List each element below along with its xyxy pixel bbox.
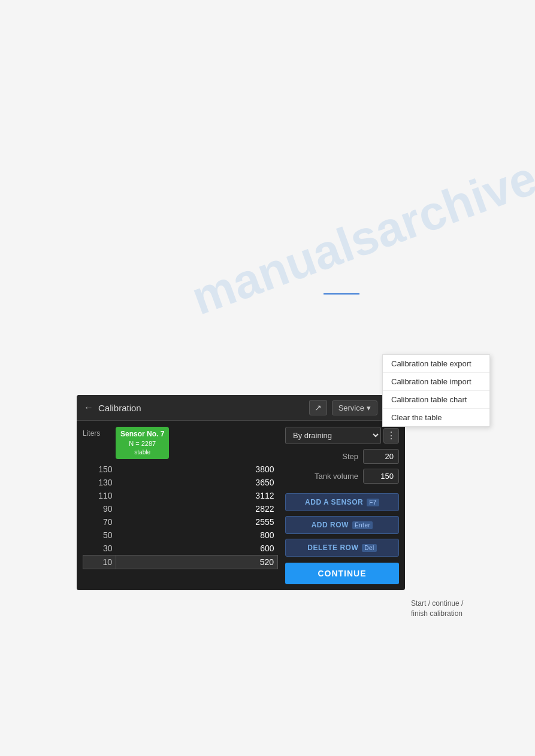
value-cell: 520	[116, 555, 278, 569]
add-sensor-key-badge: F7	[367, 499, 379, 506]
value-cell: 3112	[116, 489, 278, 502]
liters-cell: 150	[83, 463, 116, 476]
value-cell: 800	[116, 529, 278, 542]
liters-cell: 30	[83, 542, 116, 555]
draining-select-row: By draining By filling ⋮	[285, 427, 399, 444]
value-cell: 2555	[116, 515, 278, 529]
menu-item-import[interactable]: Calibration table import	[383, 373, 489, 391]
menu-item-chart[interactable]: Calibration table chart	[383, 391, 489, 409]
table-row[interactable]: 110 3112	[83, 489, 278, 502]
liters-cell: 10	[83, 555, 116, 569]
table-row[interactable]: 70 2555	[83, 515, 278, 529]
tank-volume-input[interactable]	[363, 469, 399, 484]
liters-cell: 70	[83, 515, 116, 529]
menu-item-clear[interactable]: Clear the table	[383, 409, 489, 426]
delete-row-key-badge: Del	[362, 544, 377, 552]
context-dropdown-menu: Calibration table export Calibration tab…	[382, 354, 490, 427]
panel-body: Liters Sensor No. 7 N = 2287 stable 150 …	[77, 421, 405, 590]
value-cell: 3650	[116, 476, 278, 489]
step-param-row: Step	[285, 449, 399, 464]
value-cell: 2822	[116, 502, 278, 515]
liters-column-label: Liters	[83, 427, 116, 438]
controls-area: By draining By filling ⋮ Step Tank volum…	[285, 427, 399, 584]
chart-icon-button[interactable]: ↗	[309, 400, 327, 415]
continue-tooltip: Start / continue / finish calibration	[411, 599, 477, 619]
service-label: Service	[338, 403, 364, 412]
calibration-table-area: Liters Sensor No. 7 N = 2287 stable 150 …	[83, 427, 278, 584]
watermark: manualsarchive.com	[185, 112, 535, 326]
liters-cell: 110	[83, 489, 116, 502]
service-dropdown-arrow-icon: ▾	[367, 403, 371, 412]
calibration-table: 150 3800 130 3650 110 3112 90 2822	[83, 463, 278, 569]
sensor-status: stable	[120, 448, 164, 457]
service-dropdown-button[interactable]: Service ▾	[332, 400, 377, 415]
delete-row-button[interactable]: DELETE ROW Del	[285, 539, 399, 557]
add-sensor-button[interactable]: ADD A SENSOR F7	[285, 493, 399, 511]
add-sensor-label: ADD A SENSOR	[305, 498, 363, 506]
decorative-line	[324, 293, 359, 294]
table-row[interactable]: 90 2822	[83, 502, 278, 515]
value-cell: 3800	[116, 463, 278, 476]
table-row-selected[interactable]: 10 520	[83, 555, 278, 569]
sensor-badge: Sensor No. 7 N = 2287 stable	[116, 427, 169, 459]
table-row[interactable]: 130 3650	[83, 476, 278, 489]
value-cell: 600	[116, 542, 278, 555]
delete-row-label: DELETE ROW	[307, 544, 358, 552]
tank-volume-param-row: Tank volume	[285, 469, 399, 484]
panel-header: ← Calibration ↗ Service ▾ ?	[77, 395, 405, 421]
tank-volume-label: Tank volume	[315, 472, 358, 481]
table-row[interactable]: 30 600	[83, 542, 278, 555]
back-arrow-icon[interactable]: ←	[84, 402, 93, 413]
continue-button[interactable]: CONTINUE	[285, 563, 399, 584]
menu-item-export[interactable]: Calibration table export	[383, 355, 489, 373]
draining-select[interactable]: By draining By filling	[285, 427, 381, 444]
liters-cell: 130	[83, 476, 116, 489]
step-label: Step	[342, 452, 358, 461]
sensor-name: Sensor No. 7	[120, 429, 164, 439]
panel-title: Calibration	[98, 403, 141, 413]
add-row-button[interactable]: ADD ROW Enter	[285, 516, 399, 534]
table-row[interactable]: 150 3800	[83, 463, 278, 476]
draining-options-button[interactable]: ⋮	[383, 428, 399, 444]
add-row-key-badge: Enter	[352, 521, 373, 529]
liters-cell: 50	[83, 529, 116, 542]
add-row-label: ADD ROW	[312, 521, 349, 529]
calibration-panel: ← Calibration ↗ Service ▾ ? Liters Senso…	[77, 395, 405, 590]
table-row[interactable]: 50 800	[83, 529, 278, 542]
liters-cell: 90	[83, 502, 116, 515]
panel-title-group: ← Calibration	[84, 402, 141, 413]
step-input[interactable]	[363, 449, 399, 464]
sensor-n-value: N = 2287	[120, 439, 164, 448]
table-header-row: Liters Sensor No. 7 N = 2287 stable	[83, 427, 278, 459]
